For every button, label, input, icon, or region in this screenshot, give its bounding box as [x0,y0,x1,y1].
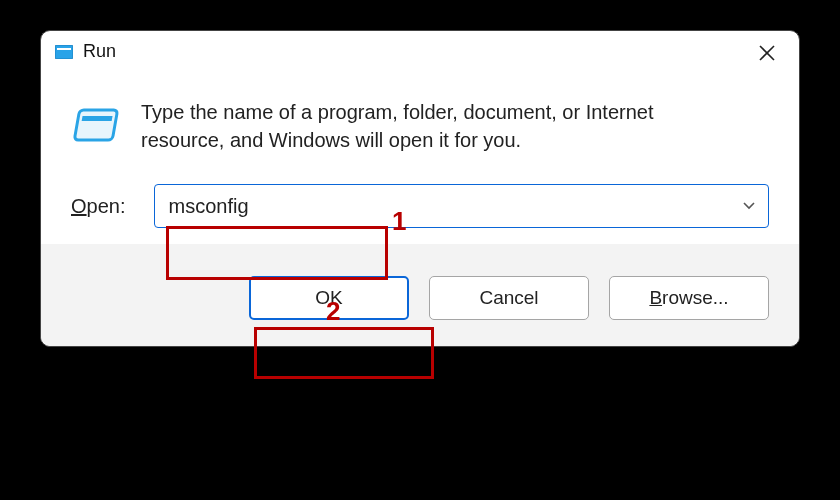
svg-rect-1 [57,48,71,50]
open-label: Open: [71,195,126,218]
run-app-icon [71,102,119,150]
open-combobox[interactable] [154,184,770,228]
browse-button[interactable]: Browse... [609,276,769,320]
svg-rect-4 [74,110,117,140]
ok-button[interactable]: OK [249,276,409,320]
run-dialog: Run Type the name of a program, folder, … [40,30,800,347]
svg-rect-0 [55,45,73,59]
open-input[interactable] [169,195,729,218]
instruction-text: Type the name of a program, folder, docu… [141,98,741,154]
titlebar: Run [41,31,799,70]
close-icon [759,45,775,61]
window-title: Run [83,41,116,62]
dialog-body: Type the name of a program, folder, docu… [41,70,799,164]
cancel-button[interactable]: Cancel [429,276,589,320]
close-button[interactable] [743,35,791,71]
button-row: OK Cancel Browse... [41,244,799,346]
chevron-down-icon[interactable] [742,197,756,215]
open-row: Open: [41,164,799,244]
svg-rect-5 [82,116,113,121]
run-title-icon [55,43,73,61]
